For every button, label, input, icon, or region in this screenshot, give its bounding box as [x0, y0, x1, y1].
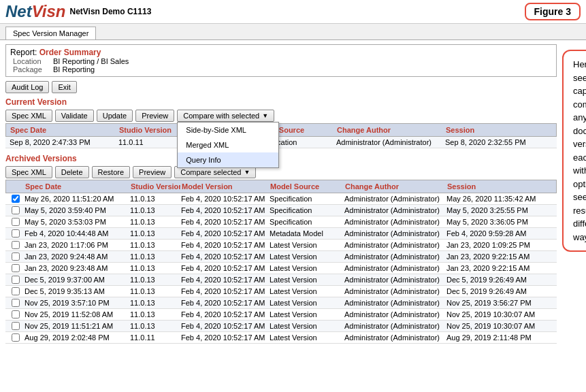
row-author: Administrator (Administrator): [343, 287, 445, 296]
row-studio: 11.0.13: [129, 310, 180, 319]
row-model-source: Metadata Model: [268, 229, 343, 238]
row-checkbox-cell[interactable]: [8, 206, 23, 215]
archived-header-studio: Studio Version: [129, 182, 180, 191]
row-checkbox[interactable]: [12, 276, 20, 284]
archived-spec-xml-button[interactable]: Spec XML: [5, 166, 52, 178]
row-studio: 11.0.13: [129, 263, 180, 273]
archived-restore-button[interactable]: Restore: [92, 166, 131, 178]
row-checkbox[interactable]: [12, 229, 20, 238]
archived-table-header: Spec Date Studio Version Model Version M…: [5, 180, 557, 193]
audit-log-button[interactable]: Audit Log: [5, 81, 49, 93]
archived-preview-button[interactable]: Preview: [133, 166, 172, 178]
row-model-source: Latest Version: [268, 287, 343, 296]
current-header-spec-date: Spec Date: [9, 125, 118, 135]
app-title: NetVisn Demo C1113: [69, 7, 151, 16]
current-compare-button[interactable]: Compare with selected ▼: [177, 110, 274, 122]
spec-version-manager-tab[interactable]: Spec Version Manager: [5, 27, 96, 39]
row-checkbox-cell[interactable]: [8, 287, 23, 296]
current-preview-button[interactable]: Preview: [135, 110, 174, 122]
row-checkbox[interactable]: [12, 322, 20, 330]
current-spec-xml-button[interactable]: Spec XML: [5, 110, 52, 122]
row-checkbox[interactable]: [12, 195, 20, 203]
current-change-author: Administrator (Administrator): [335, 137, 444, 147]
row-studio: 11.0.13: [129, 217, 180, 227]
row-model-source: Latest Version: [268, 275, 343, 284]
archived-delete-button[interactable]: Delete: [55, 166, 89, 178]
archived-header-change-author: Change Author: [344, 182, 446, 191]
row-session: Dec 5, 2019 9:26:49 AM: [445, 287, 551, 296]
row-checkbox-cell[interactable]: [8, 194, 23, 203]
logo: Net Visn: [5, 3, 65, 20]
app-header: Net Visn NetVisn Demo C1113 Figure 3: [0, 0, 586, 24]
row-model-version: Feb 4, 2020 10:52:17 AM: [180, 310, 268, 319]
row-checkbox-cell[interactable]: [8, 229, 23, 238]
tooltip-balloon: Here we see the capability to compare an…: [562, 50, 586, 252]
row-checkbox[interactable]: [12, 287, 20, 295]
current-table-header: Spec Date Studio Version Model Source Ch…: [5, 123, 557, 137]
current-header-change-author: Change Author: [336, 125, 444, 135]
row-checkbox-cell[interactable]: [8, 275, 23, 284]
row-checkbox-cell[interactable]: [8, 252, 23, 261]
compare-option-merged[interactable]: Merged XML: [178, 137, 278, 152]
row-checkbox[interactable]: [12, 206, 20, 214]
current-version-label: Current Version: [5, 97, 557, 107]
row-session: Nov 25, 2019 10:30:07 AM: [445, 310, 551, 319]
archived-table-row: Jan 23, 2020 9:24:48 AM 11.0.13 Feb 4, 2…: [5, 251, 557, 263]
row-model-version: Feb 4, 2020 10:52:17 AM: [180, 252, 268, 261]
row-author: Administrator (Administrator): [343, 240, 445, 250]
report-text: Report:: [10, 48, 37, 57]
row-checkbox[interactable]: [12, 310, 20, 318]
row-author: Administrator (Administrator): [343, 263, 445, 273]
row-model-source: Latest Version: [268, 333, 343, 342]
row-checkbox[interactable]: [12, 299, 20, 307]
row-checkbox-cell[interactable]: [8, 333, 23, 342]
row-checkbox[interactable]: [12, 333, 20, 342]
row-author: Administrator (Administrator): [343, 310, 445, 319]
row-author: Administrator (Administrator): [343, 206, 445, 215]
current-spec-date: Sep 8, 2020 2:47:33 PM: [8, 137, 117, 147]
row-session: May 5, 2020 3:25:55 PM: [445, 206, 551, 215]
row-author: Administrator (Administrator): [343, 194, 445, 203]
archived-table-row: May 5, 2020 3:53:03 PM 11.0.13 Feb 4, 20…: [5, 216, 557, 228]
row-checkbox-cell[interactable]: [8, 310, 23, 319]
row-session: Aug 29, 2019 2:11:48 PM: [445, 333, 551, 342]
report-label-row: Report: Order Summary: [10, 48, 552, 57]
row-checkbox[interactable]: [12, 252, 20, 261]
archived-dropdown-arrow-icon: ▼: [244, 169, 250, 176]
archived-table-row: Jan 23, 2020 1:17:06 PM 11.0.13 Feb 4, 2…: [5, 240, 557, 251]
current-update-button[interactable]: Update: [97, 110, 133, 122]
row-checkbox-cell[interactable]: [8, 321, 23, 331]
row-model-source: Specification: [268, 217, 343, 227]
row-checkbox[interactable]: [12, 264, 20, 272]
figure-badge: Figure 3: [525, 3, 581, 20]
package-value: BI Reporting: [53, 65, 95, 74]
current-studio-version: 11.0.11: [117, 137, 172, 147]
archived-header-session: Session: [446, 182, 551, 191]
row-checkbox-cell[interactable]: [8, 240, 23, 250]
row-spec-date: Jan 23, 2020 1:17:06 PM: [23, 240, 129, 250]
row-model-version: Feb 4, 2020 10:52:17 AM: [180, 333, 268, 342]
row-checkbox-cell[interactable]: [8, 217, 23, 227]
left-panel: Report: Order Summary Location BI Report…: [5, 44, 557, 344]
row-checkbox-cell[interactable]: [8, 263, 23, 273]
row-checkbox-cell[interactable]: [8, 298, 23, 308]
row-model-version: Feb 4, 2020 10:52:17 AM: [180, 321, 268, 331]
row-spec-date: Dec 5, 2019 9:37:00 AM: [23, 275, 129, 284]
location-row: Location BI Reporting / BI Sales: [13, 57, 552, 65]
compare-option-sidebyside[interactable]: Side-by-Side XML: [178, 122, 278, 137]
logo-visn: Visn: [32, 3, 66, 20]
archived-table-row: Jan 23, 2020 9:23:48 AM 11.0.13 Feb 4, 2…: [5, 263, 557, 274]
row-spec-date: Nov 25, 2019 11:51:21 AM: [23, 321, 129, 331]
row-model-source: Latest Version: [268, 252, 343, 261]
row-session: Jan 23, 2020 9:22:15 AM: [445, 263, 551, 273]
row-model-source: Specification: [268, 194, 343, 203]
row-session: Nov 25, 2019 3:56:27 PM: [445, 298, 551, 308]
row-checkbox[interactable]: [12, 241, 20, 249]
current-compare-menu: Side-by-Side XML Merged XML Query Info: [177, 122, 279, 168]
row-checkbox[interactable]: [12, 218, 20, 226]
current-validate-button[interactable]: Validate: [55, 110, 94, 122]
current-compare-dropdown[interactable]: Compare with selected ▼ Side-by-Side XML…: [177, 110, 274, 122]
exit-button[interactable]: Exit: [52, 81, 76, 93]
row-author: Administrator (Administrator): [343, 275, 445, 284]
compare-option-queryinfo[interactable]: Query Info: [178, 152, 278, 167]
